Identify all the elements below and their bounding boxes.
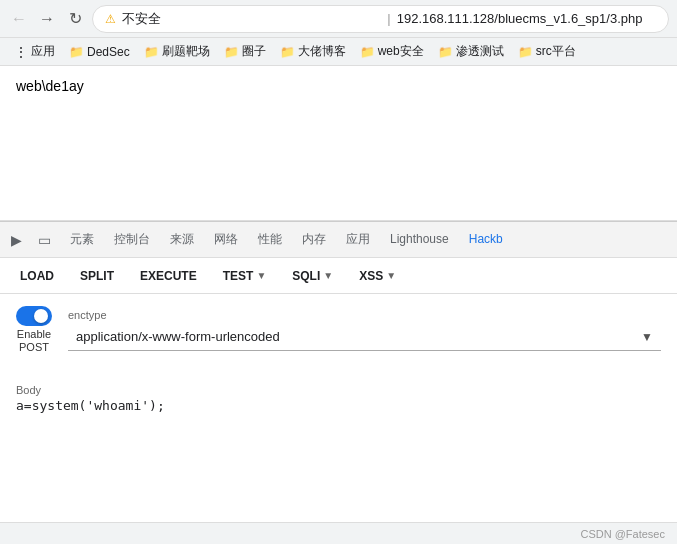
sqli-button[interactable]: SQLI ▼ bbox=[280, 263, 345, 289]
security-label: 不安全 bbox=[122, 10, 381, 28]
bookmark-label: web安全 bbox=[378, 43, 424, 60]
devtools-panel: ▶ ▭ 元素 控制台 来源 网络 性能 内存 应用 Lighthouse Hac… bbox=[0, 221, 677, 421]
bookmark-dedsec[interactable]: 📁 DedSec bbox=[63, 43, 136, 61]
body-section: Body a=system('whoami'); bbox=[0, 376, 677, 421]
tab-elements[interactable]: 元素 bbox=[60, 222, 104, 258]
devtools-tab-bar: ▶ ▭ 元素 控制台 来源 网络 性能 内存 应用 Lighthouse Hac… bbox=[0, 222, 677, 258]
split-button[interactable]: SPLIT bbox=[68, 263, 126, 289]
load-button[interactable]: LOAD bbox=[8, 263, 66, 289]
toggle-label: Enable POST bbox=[17, 328, 51, 354]
enable-post-toggle-container: Enable POST bbox=[16, 306, 52, 354]
bookmark-label: src平台 bbox=[536, 43, 576, 60]
footer-text: CSDN @Fatesec bbox=[580, 528, 665, 540]
back-button[interactable]: ← bbox=[8, 8, 30, 30]
enctype-container: enctype application/x-www-form-urlencode… bbox=[68, 309, 661, 351]
address-text: 192.168.111.128/bluecms_v1.6_sp1/3.php bbox=[397, 11, 656, 26]
hackbar-toolbar: LOAD SPLIT EXECUTE TEST ▼ SQLI ▼ XSS ▼ bbox=[0, 258, 677, 294]
execute-button[interactable]: EXECUTE bbox=[128, 263, 209, 289]
apps-icon: ⋮ bbox=[14, 44, 28, 60]
bookmark-pentest[interactable]: 📁 渗透测试 bbox=[432, 41, 510, 62]
tab-performance[interactable]: 性能 bbox=[248, 222, 292, 258]
bookmark-label: 应用 bbox=[31, 43, 55, 60]
bookmark-ctf[interactable]: 📁 刷题靶场 bbox=[138, 41, 216, 62]
folder-icon: 📁 bbox=[360, 45, 375, 59]
bookmark-label: 大佬博客 bbox=[298, 43, 346, 60]
page-output-text: web\de1ay bbox=[16, 78, 84, 94]
folder-icon: 📁 bbox=[144, 45, 159, 59]
enable-post-toggle[interactable] bbox=[16, 306, 52, 326]
enctype-label: enctype bbox=[68, 309, 661, 321]
address-bar[interactable]: ⚠ 不安全 | 192.168.111.128/bluecms_v1.6_sp1… bbox=[92, 5, 669, 33]
body-label: Body bbox=[16, 384, 661, 396]
xss-button[interactable]: XSS ▼ bbox=[347, 263, 408, 289]
bookmark-label: 渗透测试 bbox=[456, 43, 504, 60]
body-value: a=system('whoami'); bbox=[16, 398, 661, 413]
cursor-icon[interactable]: ▶ bbox=[4, 228, 28, 252]
page-content-area: web\de1ay bbox=[0, 66, 677, 221]
bookmark-label: DedSec bbox=[87, 45, 130, 59]
bookmark-label: 圈子 bbox=[242, 43, 266, 60]
browser-toolbar: ← → ↻ ⚠ 不安全 | 192.168.111.128/bluecms_v1… bbox=[0, 0, 677, 38]
tab-hackbar[interactable]: Hackb bbox=[459, 222, 513, 258]
tab-memory[interactable]: 内存 bbox=[292, 222, 336, 258]
post-form-row: Enable POST enctype application/x-www-fo… bbox=[16, 306, 661, 354]
enctype-select[interactable]: application/x-www-form-urlencoded multip… bbox=[68, 323, 661, 351]
folder-icon: 📁 bbox=[69, 45, 84, 59]
folder-icon: 📁 bbox=[438, 45, 453, 59]
folder-icon: 📁 bbox=[518, 45, 533, 59]
refresh-button[interactable]: ↻ bbox=[64, 8, 86, 30]
tab-sources[interactable]: 来源 bbox=[160, 222, 204, 258]
sqli-arrow: ▼ bbox=[323, 270, 333, 281]
xss-arrow: ▼ bbox=[386, 270, 396, 281]
bookmarks-bar: ⋮ 应用 📁 DedSec 📁 刷题靶场 📁 圈子 📁 大佬博客 📁 web安全… bbox=[0, 38, 677, 66]
folder-icon: 📁 bbox=[224, 45, 239, 59]
bookmark-src[interactable]: 📁 src平台 bbox=[512, 41, 582, 62]
forward-button[interactable]: → bbox=[36, 8, 58, 30]
hackbar-form-area: Enable POST enctype application/x-www-fo… bbox=[0, 294, 677, 376]
tab-console[interactable]: 控制台 bbox=[104, 222, 160, 258]
footer: CSDN @Fatesec bbox=[0, 522, 677, 544]
device-icon[interactable]: ▭ bbox=[32, 228, 56, 252]
tab-application[interactable]: 应用 bbox=[336, 222, 380, 258]
test-arrow: ▼ bbox=[256, 270, 266, 281]
enctype-select-wrapper: application/x-www-form-urlencoded multip… bbox=[68, 323, 661, 351]
tab-network[interactable]: 网络 bbox=[204, 222, 248, 258]
bookmark-circle[interactable]: 📁 圈子 bbox=[218, 41, 272, 62]
bookmark-websec[interactable]: 📁 web安全 bbox=[354, 41, 430, 62]
bookmark-apps[interactable]: ⋮ 应用 bbox=[8, 41, 61, 62]
bookmark-label: 刷题靶场 bbox=[162, 43, 210, 60]
tab-lighthouse[interactable]: Lighthouse bbox=[380, 222, 459, 258]
toggle-thumb bbox=[34, 309, 48, 323]
address-separator: | bbox=[387, 11, 390, 26]
security-icon: ⚠ bbox=[105, 12, 116, 26]
folder-icon: 📁 bbox=[280, 45, 295, 59]
bookmark-blog[interactable]: 📁 大佬博客 bbox=[274, 41, 352, 62]
test-button[interactable]: TEST ▼ bbox=[211, 263, 279, 289]
